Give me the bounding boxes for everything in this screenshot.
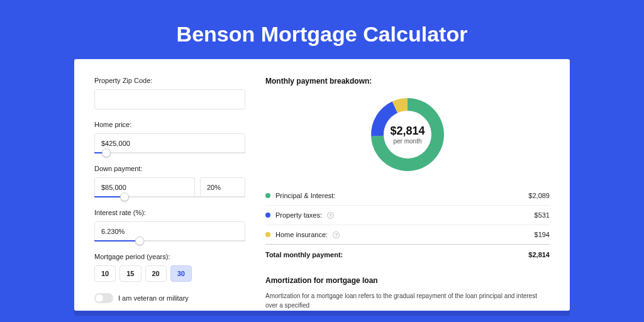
period-option-20[interactable]: 20 (145, 265, 167, 282)
legend-value: $531 (535, 211, 550, 219)
page-title: Benson Mortgage Calculator (0, 0, 644, 59)
zip-label: Property Zip Code: (94, 77, 245, 84)
breakdown-heading: Monthly payment breakdown: (265, 77, 550, 86)
down-payment-percent-input[interactable] (200, 177, 245, 197)
down-payment-input[interactable] (94, 177, 195, 197)
slider-thumb[interactable] (102, 148, 111, 157)
legend-dot-icon (265, 232, 270, 237)
home-price-slider[interactable] (94, 152, 245, 153)
legend-row: Home insurance:?$194 (265, 225, 550, 245)
home-price-block: Home price: (94, 121, 245, 153)
veteran-toggle-label: I am veteran or military (118, 294, 189, 302)
donut-sub: per month (393, 138, 421, 145)
zip-block: Property Zip Code: (94, 77, 245, 109)
donut-chart: $2,814 per month (370, 97, 445, 172)
legend-value: $2,089 (528, 192, 550, 199)
slider-thumb[interactable] (135, 236, 144, 245)
legend: Principal & Interest:$2,089Property taxe… (265, 186, 550, 245)
period-option-30[interactable]: 30 (170, 265, 192, 282)
zip-input[interactable] (94, 89, 245, 109)
toggle-knob (96, 294, 103, 302)
breakdown-panel: Monthly payment breakdown: $2,814 per mo… (265, 77, 550, 311)
legend-label: Property taxes: (275, 211, 322, 219)
info-icon[interactable]: ? (333, 231, 340, 238)
calculator-card: Property Zip Code: Home price: Down paym… (74, 59, 570, 311)
legend-row: Property taxes:?$531 (265, 206, 550, 225)
donut-amount: $2,814 (390, 125, 425, 138)
form-panel: Property Zip Code: Home price: Down paym… (94, 77, 245, 311)
legend-value: $194 (535, 231, 550, 238)
donut-center: $2,814 per month (370, 97, 445, 172)
legend-label: Principal & Interest: (275, 192, 335, 199)
down-payment-slider[interactable] (94, 196, 245, 197)
interest-block: Interest rate (%): (94, 209, 245, 242)
total-value: $2,814 (528, 251, 550, 258)
legend-dot-icon (265, 193, 270, 198)
period-option-15[interactable]: 15 (119, 265, 141, 282)
down-payment-block: Down payment: (94, 165, 245, 197)
donut-wrap: $2,814 per month (265, 97, 550, 172)
interest-input[interactable] (94, 221, 245, 242)
down-payment-label: Down payment: (94, 165, 245, 172)
amortization-heading: Amortization for mortgage loan (265, 276, 550, 285)
period-option-10[interactable]: 10 (94, 265, 116, 282)
total-row: Total monthly payment: $2,814 (265, 245, 550, 267)
legend-label: Home insurance: (275, 231, 328, 238)
interest-slider[interactable] (94, 240, 245, 242)
interest-label: Interest rate (%): (94, 209, 245, 216)
slider-thumb[interactable] (120, 192, 129, 201)
period-label: Mortgage period (years): (94, 253, 245, 260)
legend-row: Principal & Interest:$2,089 (265, 186, 550, 206)
veteran-toggle-row: I am veteran or military (94, 293, 245, 303)
amortization-text: Amortization for a mortgage loan refers … (265, 291, 550, 310)
veteran-toggle[interactable] (94, 293, 113, 303)
legend-dot-icon (265, 213, 270, 218)
home-price-input[interactable] (94, 133, 245, 153)
home-price-label: Home price: (94, 121, 245, 128)
info-icon[interactable]: ? (327, 212, 334, 219)
total-label: Total monthly payment: (265, 251, 343, 258)
period-block: Mortgage period (years): 10152030 (94, 253, 245, 282)
